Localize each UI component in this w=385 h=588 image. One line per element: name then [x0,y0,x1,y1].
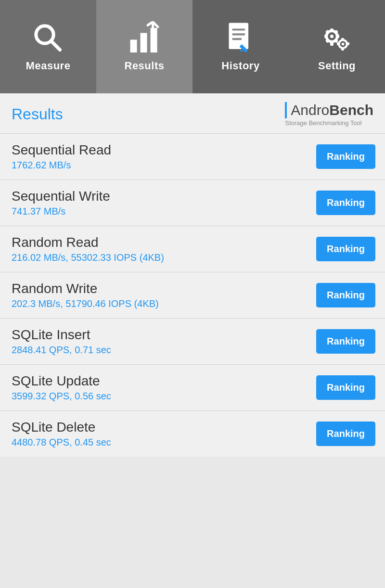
nav-item-results[interactable]: Results [96,0,192,93]
brand-name-part2: Bench [329,102,373,118]
result-value-random-write: 202.3 MB/s, 51790.46 IOPS (4KB) [12,298,159,309]
history-icon [224,21,257,55]
result-name-sqlite-delete: SQLite Delete [12,420,111,435]
svg-rect-25 [341,48,344,51]
result-name-sqlite-insert: SQLite Insert [12,327,111,343]
brand-accent-bar [285,102,287,118]
result-row-sequential-read: Sequential Read1762.62 MB/sRanking [0,134,385,180]
result-name-sequential-write: Sequential Write [12,189,110,204]
svg-marker-11 [240,50,243,52]
svg-rect-26 [337,42,339,45]
svg-rect-17 [336,35,339,38]
brand-subtitle: Storage Benchmarking Tool [285,119,361,127]
nav-label-results: Results [125,60,165,72]
result-name-sqlite-update: SQLite Update [12,373,111,389]
result-info-sequential-read: Sequential Read1762.62 MB/s [12,142,111,171]
page-header: Results AndroBench Storage Benchmarking … [0,93,385,134]
brand-name-part1: Andro [291,102,329,118]
result-name-random-read: Random Read [12,235,164,250]
ranking-button-sequential-read[interactable]: Ranking [316,144,375,169]
svg-rect-2 [130,40,137,53]
ranking-button-sqlite-delete[interactable]: Ranking [316,422,375,446]
svg-rect-9 [232,38,242,40]
ranking-button-random-write[interactable]: Ranking [316,283,375,307]
svg-rect-16 [324,35,327,38]
result-info-sqlite-update: SQLite Update3599.32 QPS, 0.56 sec [12,373,111,402]
result-row-random-write: Random Write202.3 MB/s, 51790.46 IOPS (4… [0,272,385,319]
result-name-random-write: Random Write [12,281,159,296]
result-info-sqlite-delete: SQLite Delete4480.78 QPS, 0.45 sec [12,420,111,448]
svg-point-23 [342,43,345,46]
svg-rect-3 [141,33,147,53]
result-info-sequential-write: Sequential Write741.37 MB/s [12,189,110,217]
result-value-sequential-write: 741.37 MB/s [12,206,110,217]
results-list: Sequential Read1762.62 MB/sRankingSequen… [0,134,385,457]
ranking-button-sqlite-update[interactable]: Ranking [316,375,375,400]
settings-icon [320,21,354,55]
nav-bar: Measure Results History [0,0,385,93]
svg-rect-6 [229,23,249,50]
svg-rect-24 [341,38,344,40]
nav-item-measure[interactable]: Measure [0,0,96,93]
result-row-sqlite-delete: SQLite Delete4480.78 QPS, 0.45 secRankin… [0,411,385,457]
ranking-button-random-read[interactable]: Ranking [316,237,375,261]
brand-name: AndroBench [291,103,373,117]
svg-rect-15 [330,43,334,46]
result-value-sqlite-update: 3599.32 QPS, 0.56 sec [12,391,111,402]
result-row-random-read: Random Read216.02 MB/s, 55302.33 IOPS (4… [0,226,385,272]
page-title: Results [12,105,63,123]
svg-rect-27 [347,42,349,45]
nav-label-history: History [221,60,259,72]
result-info-random-read: Random Read216.02 MB/s, 55302.33 IOPS (4… [12,235,164,263]
result-row-sqlite-update: SQLite Update3599.32 QPS, 0.56 secRankin… [0,365,385,411]
nav-label-setting: Setting [318,60,356,72]
ranking-button-sqlite-insert[interactable]: Ranking [316,329,375,354]
svg-rect-14 [330,28,334,31]
result-info-random-write: Random Write202.3 MB/s, 51790.46 IOPS (4… [12,281,159,309]
result-name-sequential-read: Sequential Read [12,142,111,158]
svg-line-1 [51,41,60,50]
search-icon [31,21,65,55]
result-value-sequential-read: 1762.62 MB/s [12,160,111,171]
result-row-sequential-write: Sequential Write741.37 MB/sRanking [0,180,385,226]
svg-rect-8 [232,33,245,35]
nav-item-setting[interactable]: Setting [289,0,385,93]
result-row-sqlite-insert: SQLite Insert2848.41 QPS, 0.71 secRankin… [0,319,385,365]
nav-label-measure: Measure [26,60,71,72]
svg-point-13 [330,35,334,38]
result-value-sqlite-insert: 2848.41 QPS, 0.71 sec [12,345,111,356]
ranking-button-sequential-write[interactable]: Ranking [316,191,375,215]
result-info-sqlite-insert: SQLite Insert2848.41 QPS, 0.71 sec [12,327,111,356]
result-value-sqlite-delete: 4480.78 QPS, 0.45 sec [12,437,111,448]
brand-logo: AndroBench Storage Benchmarking Tool [285,102,373,127]
result-value-random-read: 216.02 MB/s, 55302.33 IOPS (4KB) [12,252,164,263]
svg-rect-7 [232,28,245,30]
results-chart-icon [128,21,161,55]
nav-item-history[interactable]: History [192,0,289,93]
